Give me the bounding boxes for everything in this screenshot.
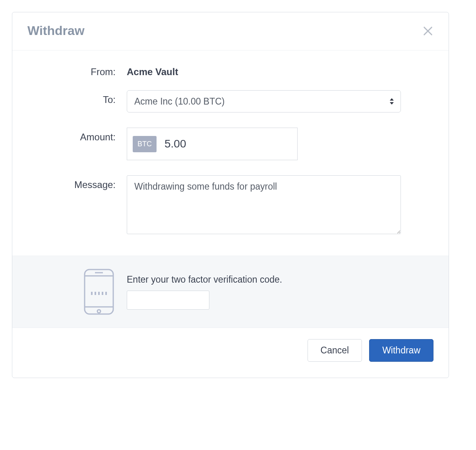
close-icon[interactable] <box>422 25 433 37</box>
twofa-label: Enter your two factor verification code. <box>127 274 401 285</box>
to-select-wrap: Acme Inc (10.00 BTC) <box>127 90 401 112</box>
from-row: From: Acme Vault <box>36 66 401 78</box>
currency-badge: BTC <box>133 136 157 152</box>
modal-body: From: Acme Vault To: Acme Inc (10.00 BTC… <box>12 50 449 256</box>
amount-label: Amount: <box>36 128 116 143</box>
twofa-section: Enter your two factor verification code. <box>12 256 449 328</box>
message-textarea[interactable] <box>127 175 401 234</box>
amount-input[interactable] <box>164 138 292 150</box>
modal-footer: Cancel Withdraw <box>12 328 449 378</box>
amount-row: Amount: BTC <box>36 128 401 160</box>
phone-icon <box>82 268 116 316</box>
message-label: Message: <box>36 175 116 190</box>
to-select[interactable]: Acme Inc (10.00 BTC) <box>127 90 401 112</box>
to-label: To: <box>36 90 116 105</box>
twofa-input[interactable] <box>127 291 209 310</box>
message-row: Message: <box>36 175 401 236</box>
from-label: From: <box>36 66 116 78</box>
cancel-button[interactable]: Cancel <box>308 339 362 362</box>
from-value: Acme Vault <box>127 66 401 78</box>
withdraw-modal: Withdraw From: Acme Vault To: Acme Inc (… <box>12 12 449 378</box>
to-row: To: Acme Inc (10.00 BTC) <box>36 90 401 112</box>
modal-title: Withdraw <box>27 23 85 38</box>
amount-control: BTC <box>127 128 298 160</box>
withdraw-button[interactable]: Withdraw <box>369 339 433 362</box>
modal-header: Withdraw <box>12 12 449 50</box>
svg-point-8 <box>97 310 101 313</box>
